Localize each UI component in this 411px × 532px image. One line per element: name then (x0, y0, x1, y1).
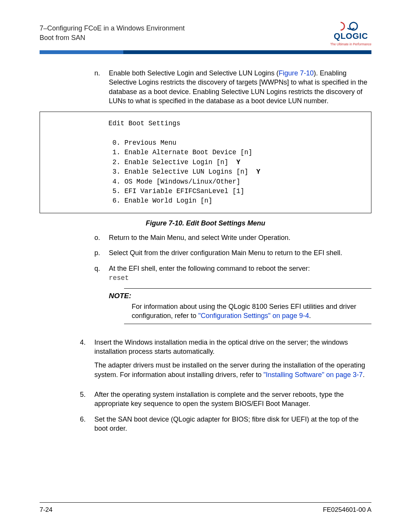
step-marker: 4. (80, 338, 94, 384)
command-text: reset (109, 274, 371, 283)
logo-tagline: The Ultimate in Performance (330, 42, 371, 46)
brand-logo: QLOGIC The Ultimate in Performance (330, 21, 371, 46)
step-marker: p. (94, 248, 109, 257)
step-marker: 5. (80, 390, 94, 409)
step-marker: n. (94, 69, 109, 105)
xref-link[interactable]: "Configuration Settings" on page 9-4 (198, 312, 309, 320)
step-body: After the operating system installation … (94, 390, 371, 409)
step-body: Return to the Main Menu, and select Writ… (109, 233, 371, 242)
section-title: Boot from SAN (40, 33, 185, 43)
step-body: Set the SAN boot device (QLogic adapter … (94, 415, 371, 433)
qlogic-swoosh-icon (341, 21, 361, 31)
step-5: 5. After the operating system installati… (80, 390, 371, 409)
chapter-title: 7–Configuring FCoE in a Windows Environm… (40, 24, 185, 33)
note-rule-top (124, 288, 371, 289)
step-o: o. Return to the Main Menu, and select W… (94, 233, 371, 242)
note-label: NOTE: (109, 291, 371, 301)
step-body: Select Quit from the driver configuratio… (109, 248, 371, 257)
header-rule (40, 50, 371, 54)
figure-caption: Figure 7-10. Edit Boot Settings Menu (40, 219, 371, 228)
code-listing: Edit Boot Settings 0. Previous Menu 1. E… (40, 112, 371, 213)
page-footer: 7-24 FE0254601-00 A (40, 502, 371, 514)
step-body: Insert the Windows installation media in… (94, 338, 371, 384)
page-header: 7–Configuring FCoE in a Windows Environm… (40, 21, 371, 46)
header-text: 7–Configuring FCoE in a Windows Environm… (40, 21, 185, 43)
xref-link[interactable]: "Installing Software" on page 3-7 (263, 371, 363, 379)
step-6: 6. Set the SAN boot device (QLogic adapt… (80, 415, 371, 433)
note-block: NOTE: For information about using the QL… (109, 288, 371, 324)
step-marker: q. (94, 264, 109, 332)
footer-rule (40, 502, 371, 503)
step-body: Enable both Selective Login and Selectiv… (109, 69, 371, 105)
step-body: At the EFI shell, enter the following co… (109, 264, 371, 332)
doc-id: FE0254601-00 A (323, 506, 371, 514)
note-body: For information about using the QLogic 8… (132, 302, 371, 321)
step-4: 4. Insert the Windows installation media… (80, 338, 371, 384)
logo-name: QLOGIC (330, 30, 371, 42)
step-marker: o. (94, 233, 109, 242)
step-n: n. Enable both Selective Login and Selec… (94, 69, 371, 105)
step-p: p. Select Quit from the driver configura… (94, 248, 371, 257)
figure-link[interactable]: Figure 7-10 (279, 69, 314, 77)
step-marker: 6. (80, 415, 94, 433)
note-rule-bottom (124, 324, 371, 324)
page-number: 7-24 (40, 506, 53, 514)
step-q: q. At the EFI shell, enter the following… (94, 264, 371, 332)
